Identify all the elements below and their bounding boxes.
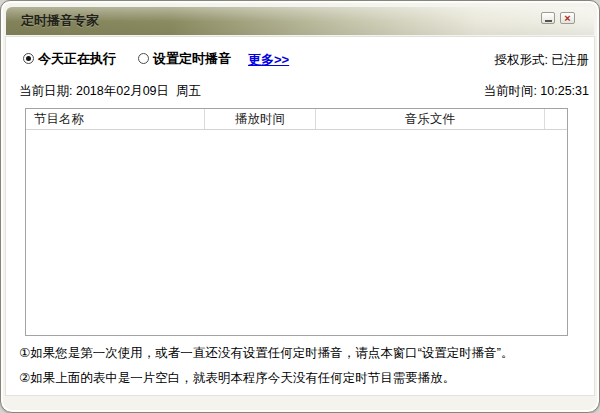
title-bar: 定时播音专家 — [6, 7, 594, 35]
column-header-play-time[interactable]: 播放时间 — [205, 109, 316, 129]
instruction-note-2: ②如果上面的表中是一片空白，就表明本程序今天没有任何定时节目需要播放。 — [19, 370, 455, 387]
column-header-music-file[interactable]: 音乐文件 — [316, 109, 545, 129]
radio-circle — [138, 53, 149, 64]
close-icon: × — [564, 13, 570, 24]
more-link[interactable]: 更多>> — [248, 51, 289, 69]
current-time-label: 当前时间: 10:25:31 — [483, 83, 589, 100]
radio-schedule-label: 设置定时播音 — [153, 50, 231, 68]
column-header-filler — [545, 109, 567, 129]
minimize-button[interactable] — [541, 12, 555, 24]
table-header-row: 节目名称 播放时间 音乐文件 — [26, 109, 567, 130]
column-header-program-name[interactable]: 节目名称 — [26, 109, 205, 129]
close-button[interactable]: × — [560, 12, 575, 24]
schedule-table: 节目名称 播放时间 音乐文件 — [25, 108, 568, 336]
radio-set-schedule[interactable]: 设置定时播音 — [138, 51, 231, 66]
table-body-empty — [26, 130, 567, 335]
current-date-label: 当前日期: 2018年02月09日 周五 — [19, 83, 201, 100]
window-title: 定时播音专家 — [21, 12, 99, 30]
radio-today-executing[interactable]: 今天正在执行 — [23, 51, 116, 66]
license-status-label: 授权形式: 已注册 — [495, 52, 589, 69]
app-window: 定时播音专家 × 今天正在执行 设置定时播音 更多>> 授权形式: 已注册 当前… — [0, 0, 600, 413]
radio-today-label: 今天正在执行 — [38, 50, 116, 68]
radio-circle — [23, 53, 34, 64]
minimize-icon — [545, 20, 552, 22]
instruction-note-1: ①如果您是第一次使用，或者一直还没有设置任何定时播音，请点本窗口“设置定时播音”… — [19, 345, 514, 362]
